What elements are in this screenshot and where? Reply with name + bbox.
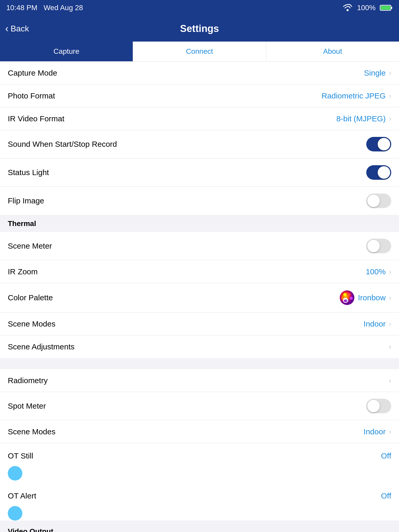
flip-image-toggle[interactable] (366, 194, 391, 208)
top-settings-section: Capture Mode Single › Photo Format Radio… (0, 62, 399, 215)
tab-capture[interactable]: Capture (0, 42, 133, 61)
capture-mode-row[interactable]: Capture Mode Single › (0, 62, 399, 84)
status-right: 100% (342, 4, 393, 12)
radiometry-label: Radiometry (8, 376, 48, 385)
ot-still-dot (8, 466, 22, 481)
svg-point-12 (344, 300, 347, 302)
photo-format-chevron: › (389, 92, 391, 100)
back-chevron-icon: ‹ (5, 23, 9, 34)
scene-adjustments-chevron: › (389, 343, 391, 351)
scene-modes-2-chevron: › (389, 428, 391, 436)
spot-meter-toggle[interactable] (366, 399, 391, 413)
page-title: Settings (180, 23, 219, 34)
scene-modes-2-row[interactable]: Scene Modes Indoor › (0, 420, 399, 443)
photo-format-value-group: Radiometric JPEG › (322, 91, 391, 100)
spot-meter-label: Spot Meter (8, 402, 46, 410)
ot-alert-value-group: Off (381, 491, 391, 500)
scene-meter-toggle[interactable] (366, 239, 391, 253)
svg-point-0 (347, 9, 349, 11)
color-palette-row[interactable]: Color Palette (0, 283, 399, 312)
radiometry-chevron: › (389, 376, 391, 385)
ir-video-format-row[interactable]: IR Video Format 8-bit (MJPEG) › (0, 107, 399, 130)
color-palette-label: Color Palette (8, 293, 53, 302)
video-output-section-header: Video Output (0, 523, 399, 532)
svg-point-6 (343, 293, 347, 296)
capture-mode-value: Single (364, 69, 385, 77)
svg-rect-2 (391, 7, 392, 9)
ot-still-row[interactable]: OT Still Off (0, 443, 399, 466)
ot-alert-row[interactable]: OT Alert Off (0, 483, 399, 506)
photo-format-row[interactable]: Photo Format Radiometric JPEG › (0, 84, 399, 107)
status-date: Wed Aug 28 (44, 4, 83, 12)
sound-record-row: Sound When Start/Stop Record (0, 130, 399, 158)
status-light-row: Status Light (0, 158, 399, 187)
thermal-settings-section: Scene Meter IR Zoom 100% › Color Palette (0, 232, 399, 358)
ir-video-format-value-group: 8-bit (MJPEG) › (336, 114, 391, 123)
scene-modes-chevron: › (389, 320, 391, 328)
ot-still-value-group: Off (381, 451, 391, 460)
scene-modes-2-label: Scene Modes (8, 427, 55, 436)
status-time-date: 10:48 PM Wed Aug 28 (6, 4, 83, 12)
radiometry-row[interactable]: Radiometry › (0, 369, 399, 392)
scene-meter-toggle-knob (367, 240, 380, 252)
capture-mode-label: Capture Mode (8, 69, 57, 77)
battery-icon (380, 4, 393, 11)
status-light-toggle-knob (378, 166, 390, 179)
capture-mode-value-group: Single › (364, 69, 391, 77)
scene-modes-2-value-group: Indoor › (364, 427, 391, 436)
color-palette-value-group: Ironbow › (339, 290, 391, 305)
color-palette-value: Ironbow (358, 293, 386, 302)
svg-point-7 (348, 293, 351, 296)
spot-meter-toggle-knob (367, 400, 380, 412)
tab-about[interactable]: About (266, 42, 399, 61)
lower-settings-section: Radiometry › Spot Meter Scene Modes Indo… (0, 369, 399, 521)
ot-alert-label: OT Alert (8, 491, 36, 500)
status-light-label: Status Light (8, 168, 49, 177)
scene-adjustments-label: Scene Adjustments (8, 342, 75, 351)
scene-adjustments-row[interactable]: Scene Adjustments › (0, 335, 399, 358)
scene-modes-row[interactable]: Scene Modes Indoor › (0, 312, 399, 335)
tab-bar: Capture Connect About (0, 42, 399, 62)
sound-record-label: Sound When Start/Stop Record (8, 140, 117, 149)
radiometry-value-group: › (389, 376, 391, 385)
ir-video-format-value: 8-bit (MJPEG) (336, 114, 386, 123)
flip-image-toggle-knob (367, 195, 380, 207)
back-button[interactable]: ‹ Back (5, 23, 29, 34)
scene-modes-value-group: Indoor › (364, 320, 391, 328)
ir-zoom-value: 100% (366, 267, 386, 276)
ir-video-format-label: IR Video Format (8, 114, 64, 123)
ir-zoom-label: IR Zoom (8, 267, 38, 276)
ot-alert-dot (8, 506, 22, 521)
spacer-1 (0, 359, 399, 369)
sound-record-toggle-knob (378, 138, 390, 150)
wifi-icon (342, 4, 353, 12)
ir-zoom-chevron: › (389, 268, 391, 276)
ir-zoom-value-group: 100% › (366, 267, 391, 276)
svg-rect-3 (381, 6, 390, 10)
scene-adjustments-value-group: › (389, 343, 391, 351)
status-bar: 10:48 PM Wed Aug 28 100% (0, 0, 399, 16)
scene-modes-label: Scene Modes (8, 320, 55, 328)
back-label: Back (11, 24, 29, 34)
photo-format-label: Photo Format (8, 91, 55, 100)
color-palette-chevron: › (389, 294, 391, 302)
svg-point-9 (350, 297, 353, 300)
flip-image-label: Flip Image (8, 196, 44, 205)
tab-connect[interactable]: Connect (133, 42, 266, 61)
ot-still-value: Off (381, 451, 391, 460)
photo-format-value: Radiometric JPEG (322, 91, 386, 100)
thermal-section-header: Thermal (0, 215, 399, 232)
status-time: 10:48 PM (6, 4, 37, 12)
palette-icon (339, 290, 355, 305)
scene-meter-row: Scene Meter (0, 232, 399, 260)
status-light-toggle[interactable] (366, 165, 391, 180)
ot-alert-value: Off (381, 491, 391, 500)
spot-meter-row: Spot Meter (0, 392, 399, 420)
ir-zoom-row[interactable]: IR Zoom 100% › (0, 260, 399, 283)
header: ‹ Back Settings (0, 16, 399, 42)
scene-meter-label: Scene Meter (8, 242, 52, 250)
scene-modes-2-value: Indoor (364, 427, 386, 436)
ot-still-label: OT Still (8, 451, 33, 460)
sound-record-toggle[interactable] (366, 137, 391, 151)
flip-image-row: Flip Image (0, 187, 399, 215)
